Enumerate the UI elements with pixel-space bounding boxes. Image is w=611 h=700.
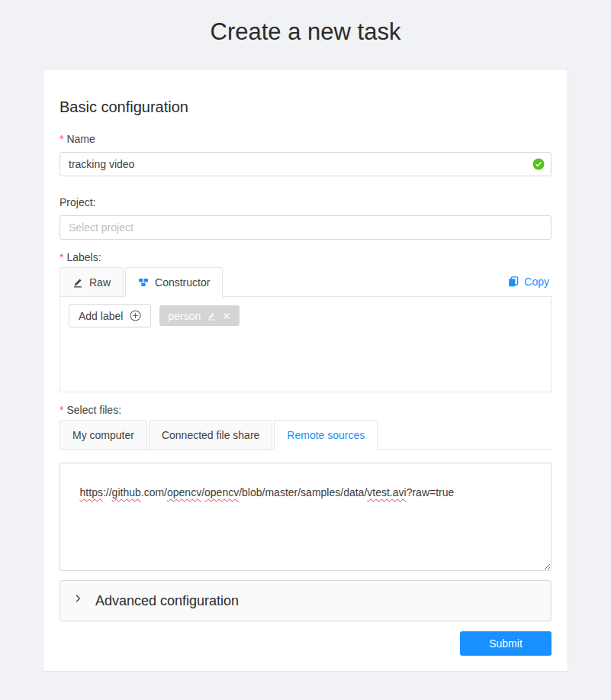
- tab-remote-sources-label: Remote sources: [287, 429, 365, 441]
- page-title: Create a new task: [0, 18, 611, 46]
- labels-tabbar: Raw Constructor Copy: [59, 267, 552, 297]
- add-label-button-label: Add label: [79, 310, 123, 322]
- tab-constructor-label: Constructor: [155, 276, 210, 289]
- tab-my-computer[interactable]: My computer: [59, 420, 147, 450]
- task-form-card: Basic configuration *Name Project: *Labe…: [43, 69, 568, 672]
- edit-label-icon[interactable]: [207, 311, 216, 321]
- project-label: Project:: [59, 196, 552, 208]
- labels-label-text: Labels:: [66, 251, 101, 263]
- name-label-text: Name: [66, 133, 95, 145]
- build-icon: [138, 277, 149, 288]
- label-tags: person ✕: [159, 304, 240, 326]
- add-label-button[interactable]: Add label: [69, 304, 151, 327]
- tab-constructor[interactable]: Constructor: [125, 267, 223, 297]
- remote-urls-input[interactable]: https://github.com/opencv/opencv/blob/ma…: [59, 463, 552, 571]
- plus-circle-icon: [130, 310, 141, 321]
- tab-remote-sources[interactable]: Remote sources: [274, 420, 378, 450]
- advanced-configuration-header[interactable]: Advanced configuration: [59, 580, 552, 621]
- name-label: *Name: [59, 133, 552, 145]
- chevron-right-icon: [73, 594, 82, 603]
- project-select-wrap: [59, 215, 552, 240]
- tab-connected-file-share-label: Connected file share: [162, 429, 259, 441]
- label-tag: person ✕: [159, 305, 240, 326]
- submit-row: Submit: [59, 631, 552, 656]
- copy-button[interactable]: Copy: [508, 276, 552, 288]
- select-files-label: *Select files:: [59, 404, 552, 416]
- select-files-label-text: Select files:: [66, 404, 121, 416]
- files-tabbar: My computer Connected file share Remote …: [59, 420, 552, 450]
- tab-my-computer-label: My computer: [72, 429, 134, 441]
- labels-constructor-panel: Add label person ✕: [59, 297, 552, 392]
- name-input-wrap: [59, 152, 552, 176]
- required-asterisk: *: [59, 251, 63, 263]
- name-input[interactable]: [59, 152, 552, 176]
- edit-icon: [72, 277, 83, 288]
- label-tag-name: person: [168, 310, 201, 322]
- required-asterisk: *: [59, 404, 63, 416]
- tab-raw[interactable]: Raw: [59, 267, 124, 297]
- project-select[interactable]: [59, 215, 552, 240]
- check-circle-icon: [532, 158, 545, 170]
- tab-raw-label: Raw: [89, 276, 111, 289]
- required-asterisk: *: [59, 133, 63, 145]
- advanced-configuration-title: Advanced configuration: [95, 593, 239, 609]
- remove-label-icon[interactable]: ✕: [222, 310, 231, 322]
- labels-label: *Labels:: [59, 251, 552, 263]
- copy-icon: [508, 276, 519, 287]
- create-task-page: { "page": { "title": "Create a new task"…: [0, 0, 611, 700]
- submit-button[interactable]: Submit: [460, 631, 552, 656]
- remote-url-text: https://github.com/opencv/opencv/blob/ma…: [80, 486, 455, 498]
- basic-configuration-heading: Basic configuration: [59, 98, 552, 116]
- copy-button-label: Copy: [524, 276, 549, 288]
- tab-connected-file-share[interactable]: Connected file share: [149, 420, 272, 450]
